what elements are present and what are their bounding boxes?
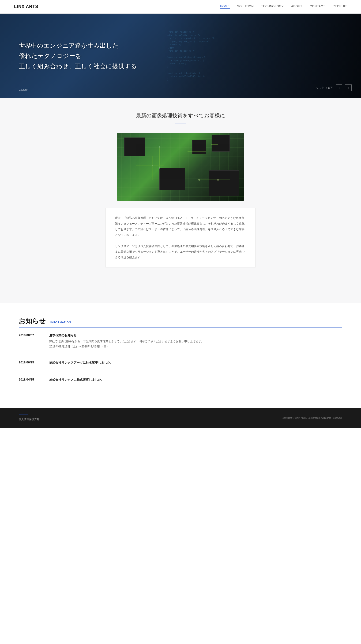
nav-item-solution[interactable]: SOLUTION — [237, 4, 254, 9]
news-content: 株式会社リンクスに株式譲渡しました。 — [49, 378, 342, 383]
news-content: 株式会社リンクスアーツに社名変更しました。 — [49, 360, 342, 366]
nav-item-contact[interactable]: CONTACT — [310, 4, 325, 9]
hero-slider-nav: ソフトウェア ‹ › — [316, 84, 352, 91]
svg-point-11 — [198, 179, 200, 181]
news-content: 夏季休業のお知らせ弊社では誠に勝手ながら、下記期間を夏季休業とさせていただきます… — [49, 334, 342, 349]
nav-item-about[interactable]: ABOUT — [291, 4, 302, 9]
news-item: 2018/08/07夏季休業のお知らせ弊社では誠に勝手ながら、下記期間を夏季休業… — [19, 328, 342, 355]
imgproc-text-box: 現在、「組込み画像処理」においては、CPUやFPGA、メモリ、イメージセンサ、M… — [105, 208, 256, 268]
news-list: 2018/08/07夏季休業のお知らせ弊社では誠に勝手ながら、下記期間を夏季休業… — [19, 328, 342, 389]
news-date: 2018/06/25 — [19, 360, 40, 366]
logo[interactable]: LINX ARTS — [14, 4, 38, 9]
nav-item-technology[interactable]: TECHNOLOGY — [261, 4, 284, 9]
news-item: 2018/06/25株式会社リンクスアーツに社名変更しました。 — [19, 355, 342, 372]
svg-point-6 — [159, 167, 160, 169]
svg-point-7 — [152, 165, 153, 166]
news-item-body: 弊社では誠に勝手ながら、下記期間を夏季休業とさせていただきます。何卒ご了承くださ… — [49, 339, 342, 349]
footer-accent-line — [19, 414, 28, 415]
news-title: お知らせ — [19, 317, 46, 326]
main-nav: HOMESOLUTIONTECHNOLOGYABOUTCONTACTRECRUI… — [220, 4, 347, 9]
spacer — [0, 284, 361, 303]
imgproc-section: 最新の画像処理技術をすべてお客様に 現在、「組込み画像処理」においては、CPUや… — [0, 98, 361, 284]
news-item: 2018/04/25株式会社リンクスに株式譲渡しました。 — [19, 372, 342, 389]
footer-privacy-link[interactable]: 個人情報保護方針 — [19, 418, 39, 421]
news-header: お知らせ INFORMATION — [19, 317, 342, 326]
imgproc-title: 最新の画像処理技術をすべてお客様に — [19, 112, 342, 119]
hero-category-label: ソフトウェア — [316, 86, 333, 90]
footer-copyright: copyright © LINX ARTS Corporation. All R… — [283, 417, 342, 419]
svg-point-12 — [217, 179, 219, 181]
imgproc-body1: 現在、「組込み画像処理」においては、CPUやFPGA、メモリ、イメージセンサ、M… — [115, 215, 246, 238]
news-badge: INFORMATION — [50, 321, 71, 324]
svg-point-5 — [159, 146, 160, 148]
footer-left: 個人情報保護方針 — [19, 414, 39, 421]
hero-prev-button[interactable]: ‹ — [336, 84, 342, 91]
news-item-title[interactable]: 夏季休業のお知らせ — [49, 334, 342, 338]
hero-next-button[interactable]: › — [345, 84, 352, 91]
news-section: お知らせ INFORMATION 2018/08/07夏季休業のお知らせ弊社では… — [0, 303, 361, 408]
news-date: 2018/04/25 — [19, 378, 40, 383]
hero-section: <?php get_header(); ?> <div class="site-… — [0, 14, 361, 98]
nav-item-home[interactable]: HOME — [220, 4, 230, 9]
hero-content: 世界中のエンジニア達が生み出した 優れたテクノロジーを 正しく組み合わせ、正しく… — [0, 31, 156, 81]
news-item-title[interactable]: 株式会社リンクスに株式譲渡しました。 — [49, 378, 342, 382]
nav-item-recruit[interactable]: RECRUIT — [333, 4, 347, 9]
footer: 個人情報保護方針 copyright © LINX ARTS Corporati… — [0, 408, 361, 428]
circuit-image — [117, 133, 244, 201]
news-item-title[interactable]: 株式会社リンクスアーツに社名変更しました。 — [49, 360, 342, 365]
hero-headline: 世界中のエンジニア達が生み出した 優れたテクノロジーを 正しく組み合わせ、正しく… — [19, 40, 137, 72]
news-date: 2018/08/07 — [19, 334, 40, 349]
imgproc-underline — [175, 123, 186, 124]
header: LINX ARTS HOMESOLUTIONTECHNOLOGYABOUTCON… — [0, 0, 361, 14]
imgproc-body2: リンクスアーツは優れた技術者集団として、画像処理の最先端要素技術を正しく組み合わ… — [115, 243, 246, 260]
